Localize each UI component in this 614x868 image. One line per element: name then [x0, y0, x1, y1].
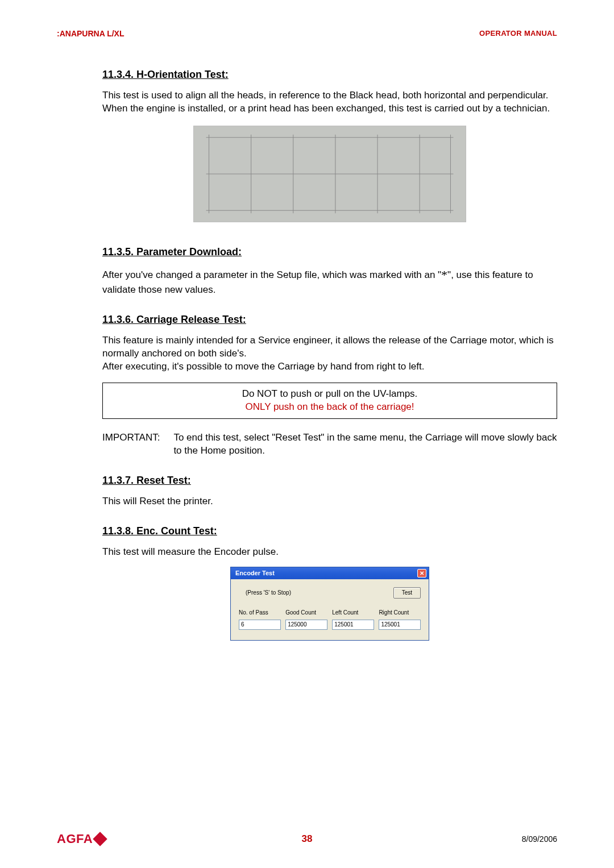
pass-value[interactable]: 6 — [239, 620, 281, 630]
page-content: 11.3.4. H-Orientation Test: This test is… — [102, 68, 557, 641]
close-icon[interactable]: ✕ — [417, 569, 426, 578]
important-label: IMPORTANT: — [102, 431, 160, 458]
page-header: :ANAPURNA L/XL OPERATOR MANUAL — [57, 28, 557, 39]
paragraph: This test is used to align all the heads… — [102, 89, 557, 115]
col-label-good: Good Count — [285, 609, 327, 617]
heading-enc-count: 11.3.8. Enc. Count Test: — [102, 524, 557, 538]
dialog-titlebar: Encoder Test ✕ — [231, 567, 429, 579]
agfa-diamond-icon — [93, 832, 107, 846]
footer-date: 8/09/2006 — [522, 834, 557, 845]
good-value[interactable]: 125000 — [285, 620, 327, 630]
heading-carriage-release: 11.3.6. Carriage Release Test: — [102, 313, 557, 326]
page-number: 38 — [302, 833, 313, 846]
dialog-body: (Press 'S' to Stop) Test No. of Pass Goo… — [231, 579, 429, 640]
product-name: :ANAPURNA L/XL — [57, 28, 124, 39]
document-type: OPERATOR MANUAL — [479, 28, 557, 39]
col-label-right: Right Count — [379, 609, 421, 617]
encoder-test-dialog: Encoder Test ✕ (Press 'S' to Stop) Test … — [230, 567, 429, 641]
paragraph: This will Reset the printer. — [102, 495, 557, 508]
warning-line-2: ONLY push on the back of the carriage! — [109, 401, 551, 414]
dialog-title: Encoder Test — [235, 569, 275, 578]
important-text: To end this test, select "Reset Test" in… — [173, 431, 557, 458]
paragraph: This feature is mainly intended for a Se… — [102, 334, 557, 373]
text: After you've changed a parameter in the … — [102, 269, 441, 280]
text: This feature is mainly intended for a Se… — [102, 335, 554, 359]
dialog-hint: (Press 'S' to Stop) — [246, 589, 291, 597]
col-label-left: Left Count — [332, 609, 374, 617]
important-note: IMPORTANT: To end this test, select "Res… — [102, 431, 557, 458]
page-footer: AGFA 38 8/09/2006 — [57, 830, 557, 848]
alignment-pattern-image — [193, 126, 466, 222]
warning-box: Do NOT to push or pull on the UV-lamps. … — [102, 383, 557, 419]
heading-reset-test: 11.3.7. Reset Test: — [102, 474, 557, 487]
test-button[interactable]: Test — [393, 587, 421, 599]
col-label-pass: No. of Pass — [239, 609, 281, 617]
right-value[interactable]: 125001 — [379, 620, 421, 630]
agfa-logo: AGFA — [57, 830, 105, 848]
text: When the engine is installed, or a print… — [102, 103, 550, 114]
paragraph: This test will measure the Encoder pulse… — [102, 546, 557, 559]
paragraph: After you've changed a parameter in the … — [102, 267, 557, 297]
left-value[interactable]: 125001 — [332, 620, 374, 630]
agfa-text: AGFA — [57, 830, 93, 848]
warning-line-1: Do NOT to push or pull on the UV-lamps. — [109, 388, 551, 401]
star-symbol: * — [441, 268, 447, 282]
text: This test is used to align all the heads… — [102, 90, 548, 101]
heading-h-orientation: 11.3.4. H-Orientation Test: — [102, 68, 557, 81]
heading-parameter-download: 11.3.5. Parameter Download: — [102, 245, 557, 259]
text: After executing, it's possible to move t… — [102, 361, 424, 372]
